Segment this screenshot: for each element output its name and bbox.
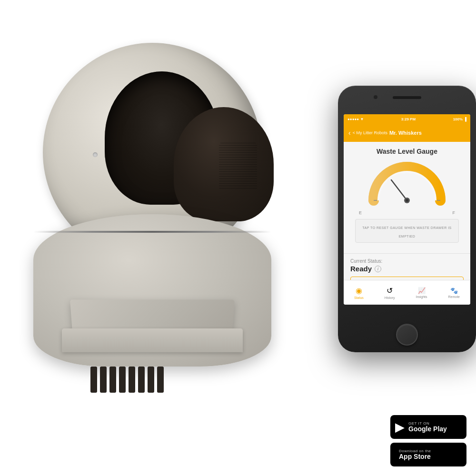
vent-bar (148, 367, 154, 393)
robot-body (33, 43, 281, 376)
robot-opening (105, 71, 219, 205)
battery-indicator: 100% ▐ (453, 117, 466, 121)
app-store-text: Download on the App Store (399, 449, 431, 460)
phone-frame: ●●●●● ▼ 3:29 PM 100% ▐ ‹ < My Litter Rob… (338, 86, 476, 352)
waste-level-gauge[interactable] (367, 160, 447, 208)
app-store-name: App Store (399, 453, 431, 460)
phone-speaker (393, 96, 421, 99)
remote-tab-icon: 🐾 (450, 287, 458, 294)
status-label: Current Status: (350, 258, 464, 264)
vent-bar (90, 367, 97, 393)
tab-status[interactable]: ◉ Status (354, 286, 364, 299)
gauge-empty-label: E (359, 210, 362, 215)
status-section: Current Status: Ready i (344, 258, 470, 277)
svg-line-0 (391, 180, 407, 200)
tab-insights[interactable]: 📈 Insights (416, 287, 427, 298)
indicator-dot (93, 152, 98, 157)
app-content: Waste Level Gauge (344, 142, 470, 253)
insights-tab-icon: 📈 (418, 287, 426, 294)
google-play-name: Google Play (408, 426, 447, 433)
vent-bar (157, 367, 164, 393)
app-header: ‹ < My Litter Robots Mr. Whiskers (344, 124, 470, 142)
info-icon[interactable]: i (375, 266, 381, 272)
vent-bar (109, 367, 116, 393)
insights-tab-label: Insights (416, 295, 427, 298)
back-arrow-icon[interactable]: ‹ (348, 129, 351, 137)
reset-gauge-label: TAP TO RESET GAUGE WHEN WASTE DRAWER IS … (362, 226, 452, 238)
remote-tab-label: Remote (448, 295, 460, 298)
app-store-badge[interactable]: Download on the App Store (390, 443, 466, 466)
history-tab-label: History (385, 296, 395, 299)
phone: ●●●●● ▼ 3:29 PM 100% ▐ ‹ < My Litter Rob… (338, 86, 476, 352)
phone-camera (374, 95, 377, 99)
tab-remote[interactable]: 🐾 Remote (448, 287, 460, 298)
google-play-icon: ▶ (395, 420, 405, 435)
speaker-grille (219, 143, 257, 190)
status-value-row: Ready i (350, 265, 464, 273)
vent-bar (119, 367, 126, 393)
vent-bar (138, 367, 145, 393)
vent-bar (100, 367, 107, 393)
tab-history[interactable]: ↺ History (385, 286, 395, 299)
svg-point-2 (406, 199, 408, 202)
status-bar: ●●●●● ▼ 3:29 PM 100% ▐ (344, 114, 470, 124)
badges-area: ▶ GET IT ON Google Play Download on the … (390, 415, 466, 466)
phone-screen: ●●●●● ▼ 3:29 PM 100% ▐ ‹ < My Litter Rob… (344, 114, 470, 305)
home-button[interactable] (396, 324, 418, 346)
reset-gauge-button[interactable]: TAP TO RESET GAUGE WHEN WASTE DRAWER IS … (355, 219, 459, 243)
robot-seam (33, 231, 271, 233)
google-play-badge[interactable]: ▶ GET IT ON Google Play (390, 415, 466, 439)
vent-bar (129, 367, 135, 393)
gauge-container (350, 160, 464, 208)
robot-drawer (62, 328, 243, 352)
product-image (14, 14, 309, 419)
status-tab-icon: ◉ (356, 286, 362, 295)
gauge-title: Waste Level Gauge (350, 148, 464, 155)
status-value: Ready (350, 265, 372, 273)
gauge-full-label: F (453, 210, 456, 215)
robot-vents (90, 367, 164, 393)
breadcrumb[interactable]: < My Litter Robots (353, 130, 387, 135)
divider (344, 253, 470, 254)
gauge-labels: E F (350, 210, 464, 215)
history-tab-icon: ↺ (387, 286, 393, 295)
tab-bar: ◉ Status ↺ History 📈 Insights 🐾 Remote (344, 280, 470, 305)
status-tab-label: Status (354, 296, 364, 299)
signal-indicator: ●●●●● ▼ (347, 117, 364, 121)
google-play-text: GET IT ON Google Play (408, 421, 447, 433)
current-page-title: Mr. Whiskers (389, 130, 422, 136)
time-display: 3:29 PM (401, 117, 416, 121)
